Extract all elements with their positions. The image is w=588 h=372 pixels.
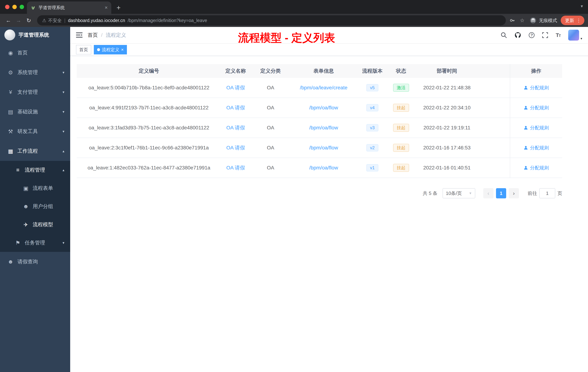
window-controls <box>5 5 24 9</box>
search-icon[interactable] <box>501 32 507 38</box>
help-icon[interactable]: ? <box>529 32 535 38</box>
definition-name-link[interactable]: OA 请假 <box>226 85 245 90</box>
definition-name-link[interactable]: OA 请假 <box>226 145 245 151</box>
tags-view: 首页 流程定义 × <box>70 44 588 56</box>
assign-rule-link[interactable]: 分配规则 <box>524 85 549 91</box>
url-divider: | <box>64 18 65 23</box>
user-avatar[interactable]: ▾ <box>568 30 582 41</box>
definition-id: oa_leave:2:3c1f0ef1-76b1-11ec-9c66-a2380… <box>77 145 221 151</box>
minimize-window-button[interactable] <box>12 5 17 9</box>
deploy-time: 2022-01-16 01:40:51 <box>414 165 480 171</box>
definition-name-link[interactable]: OA 请假 <box>226 105 245 110</box>
forward-icon[interactable]: → <box>14 16 23 25</box>
sidebar-item[interactable]: ≡ 流程管理 <box>0 161 70 179</box>
sidebar-item[interactable]: ☻ 用户分组 <box>0 197 70 216</box>
next-page-button[interactable]: › <box>509 188 519 198</box>
zoom-window-button[interactable] <box>20 5 24 9</box>
reload-icon[interactable]: ↻ <box>24 16 33 25</box>
table-row: oa_leave:3:1fad3d93-7b75-11ec-a3c8-acde4… <box>77 118 562 138</box>
tab-search-icon[interactable]: ▾ <box>581 4 583 9</box>
fullscreen-icon[interactable] <box>542 32 548 38</box>
url-host: dashboard.yudao.iocoder.cn <box>68 18 125 23</box>
prev-page-button[interactable]: ‹ <box>483 188 494 198</box>
column-header: 定义分类 <box>250 67 291 75</box>
sidebar-item-label: 流程表单 <box>33 185 64 192</box>
sidebar-item[interactable]: ⚑ 任务管理 <box>0 234 70 252</box>
user-group-icon: ☻ <box>22 203 29 209</box>
key-icon[interactable] <box>509 17 517 23</box>
tag-label: 首页 <box>79 47 88 53</box>
user-icon <box>524 85 528 90</box>
definition-id: oa_leave:5:004b710b-7b8a-11ec-8ef0-acde4… <box>77 85 221 91</box>
sidebar-item[interactable]: ▦ 工作流程 <box>0 141 70 161</box>
assign-rule-link[interactable]: 分配规则 <box>524 105 549 111</box>
bookmark-star-icon[interactable]: ☆ <box>518 17 526 23</box>
sidebar-item[interactable]: ⚒ 研发工具 <box>0 121 70 141</box>
incognito-badge: 无痕模式 <box>530 17 557 24</box>
form-link[interactable]: /bpm/oa/flow <box>309 145 338 151</box>
assign-rule-link[interactable]: 分配规则 <box>524 165 549 171</box>
workflow-icon: ▦ <box>7 148 14 154</box>
definition-name-link[interactable]: OA 请假 <box>226 165 245 171</box>
address-bar[interactable]: ⚠ 不安全 | dashboard.yudao.iocoder.cn/bpm/m… <box>37 15 506 25</box>
sidebar-item[interactable]: ◉ 首页 <box>0 43 70 63</box>
form-link[interactable]: /bpm/oa/flow <box>309 165 338 171</box>
view-tag[interactable]: 流程定义 × <box>94 45 127 55</box>
browser-update-button[interactable]: 更新 ⋮ <box>561 16 584 25</box>
column-header: 操作 <box>510 64 562 78</box>
sidebar: 芋道管理系统 ◉ 首页 ⚙ 系统管理 <box>0 27 70 372</box>
back-icon[interactable]: ← <box>4 16 13 25</box>
user-icon <box>524 105 528 110</box>
definition-category: OA <box>250 145 291 151</box>
sidebar-item[interactable]: ✈ 流程模型 <box>0 216 70 234</box>
browser-menu-icon[interactable]: ⋮ <box>576 18 581 23</box>
caret-down-icon: ▾ <box>580 37 582 41</box>
definition-id: oa_leave:4:991f2193-7b7f-11ec-a3c8-acde4… <box>77 105 221 111</box>
table-header: 定义编号 定义名称 定义分类 表单信息 流程版本 状态 部署时间 操作 <box>77 64 562 78</box>
assign-rule-link[interactable]: 分配规则 <box>524 125 549 131</box>
font-size-icon[interactable]: TT <box>556 32 561 38</box>
current-page-button[interactable]: 1 <box>496 188 506 198</box>
table-row: oa_leave:2:3c1f0ef1-76b1-11ec-9c66-a2380… <box>77 138 562 158</box>
not-secure-label[interactable]: 不安全 <box>48 17 62 23</box>
sidebar-item[interactable]: ☻ 请假查询 <box>0 252 70 272</box>
definition-category: OA <box>250 165 291 171</box>
hamburger-icon[interactable] <box>76 33 83 38</box>
new-tab-button[interactable]: + <box>114 2 124 13</box>
page-size-select[interactable]: 10条/页 ▼ <box>442 188 475 198</box>
sidebar-item-label: 首页 <box>17 49 64 56</box>
assign-rule-link[interactable]: 分配规则 <box>524 145 549 151</box>
form-link[interactable]: /bpm/oa/flow <box>309 125 338 131</box>
sidebar-item[interactable]: ▤ 基础设施 <box>0 102 70 121</box>
sidebar-item[interactable]: ▣ 流程表单 <box>0 179 70 197</box>
chevron-icon <box>63 90 64 94</box>
sidebar-item-label: 基础设施 <box>17 108 59 115</box>
form-icon: ▣ <box>22 185 29 191</box>
goto-page-input[interactable] <box>539 188 555 198</box>
pagination: 共 5 条 10条/页 ▼ ‹ 1 › 前往 页 <box>77 188 562 198</box>
definition-name-link[interactable]: OA 请假 <box>226 125 245 131</box>
view-tag[interactable]: 首页 <box>76 45 91 55</box>
user-icon <box>524 145 528 150</box>
github-icon[interactable] <box>514 32 521 38</box>
version-badge: v4 <box>366 104 378 111</box>
definition-table: 定义编号 定义名称 定义分类 表单信息 流程版本 状态 部署时间 操作 <box>77 64 562 178</box>
sidebar-item[interactable]: ¥ 支付管理 <box>0 82 70 102</box>
sidebar-item-label: 请假查询 <box>17 258 64 265</box>
close-window-button[interactable] <box>5 5 10 9</box>
definition-category: OA <box>250 125 291 131</box>
page-content: 定义编号 定义名称 定义分类 表单信息 流程版本 状态 部署时间 操作 <box>70 56 588 372</box>
incognito-label: 无痕模式 <box>539 17 557 23</box>
form-link[interactable]: /bpm/oa/leave/create <box>300 85 347 90</box>
tools-icon: ⚒ <box>7 128 14 135</box>
sidebar-item-label: 任务管理 <box>25 239 59 246</box>
form-link[interactable]: /bpm/oa/flow <box>309 105 338 110</box>
browser-tab[interactable]: 芋道管理系统 × <box>27 1 111 14</box>
sidebar-item-label: 研发工具 <box>17 128 59 135</box>
breadcrumb-home[interactable]: 首页 <box>88 32 98 39</box>
tag-close-icon[interactable]: × <box>121 47 124 52</box>
tab-close-icon[interactable]: × <box>105 5 108 11</box>
column-header: 定义编号 <box>77 67 221 75</box>
sidebar-item[interactable]: ⚙ 系统管理 <box>0 63 70 82</box>
definition-category: OA <box>250 85 291 91</box>
